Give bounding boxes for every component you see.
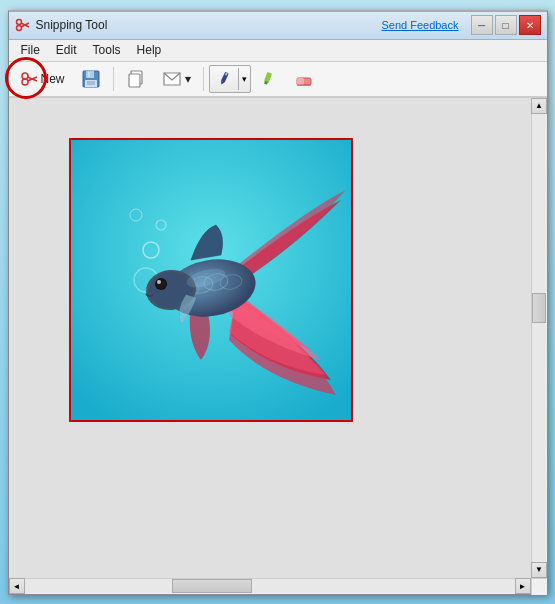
scrollbar-corner (531, 579, 547, 595)
pen-icon (215, 70, 233, 88)
minimize-button[interactable]: ─ (471, 15, 493, 35)
menu-bar: File Edit Tools Help (9, 40, 547, 62)
svg-point-0 (16, 20, 21, 25)
scroll-down-button[interactable]: ▼ (531, 562, 547, 578)
pen-button[interactable] (210, 68, 239, 90)
highlighter-icon (260, 70, 278, 88)
highlighter-button[interactable] (253, 65, 285, 93)
scroll-track-v[interactable] (532, 114, 546, 562)
scissors-icon (20, 70, 38, 88)
svg-rect-10 (88, 72, 90, 77)
close-button[interactable]: ✕ (519, 15, 541, 35)
fish-image (71, 140, 351, 420)
new-button[interactable]: New (13, 65, 72, 93)
maximize-button[interactable]: □ (495, 15, 517, 35)
svg-point-37 (157, 280, 161, 284)
svg-rect-21 (297, 78, 304, 85)
save-button[interactable] (74, 65, 108, 93)
pen-dropdown[interactable]: ▾ (209, 65, 251, 93)
send-feedback-link[interactable]: Send Feedback (381, 19, 458, 31)
svg-point-36 (156, 279, 166, 289)
app-icon (15, 17, 31, 33)
copy-icon (126, 69, 146, 89)
snipping-tool-window: Snipping Tool Send Feedback ─ □ ✕ File E… (8, 10, 548, 595)
svg-point-5 (22, 79, 28, 85)
content-area: ▲ ▼ (9, 98, 547, 578)
scroll-right-button[interactable]: ► (515, 578, 531, 594)
svg-point-1 (16, 26, 21, 31)
menu-edit[interactable]: Edit (48, 41, 85, 59)
copy-button[interactable] (119, 65, 153, 93)
send-icon (162, 69, 182, 89)
svg-point-4 (22, 73, 28, 79)
scroll-thumb-v[interactable] (532, 293, 546, 323)
scroll-thumb-h[interactable] (172, 579, 252, 593)
scroll-left-button[interactable]: ◄ (9, 578, 25, 594)
new-btn-wrap: New (13, 65, 72, 93)
menu-help[interactable]: Help (129, 41, 170, 59)
menu-tools[interactable]: Tools (85, 41, 129, 59)
eraser-button[interactable] (287, 65, 321, 93)
snip-container (9, 98, 531, 578)
new-label: New (41, 72, 65, 86)
svg-rect-12 (87, 81, 95, 85)
canvas-wrap (9, 98, 531, 578)
save-icon (81, 69, 101, 89)
window-controls: ─ □ ✕ (471, 15, 541, 35)
canvas-inner[interactable] (9, 98, 531, 578)
toolbar-sep-1 (113, 67, 114, 91)
pen-dropdown-arrow[interactable]: ▾ (239, 72, 250, 86)
eraser-icon (294, 70, 314, 88)
send-button[interactable]: ▾ (155, 65, 198, 93)
horizontal-scrollbar[interactable]: ◄ ► (9, 579, 531, 594)
horizontal-scrollbar-row: ◄ ► (9, 578, 547, 594)
toolbar: New ▾ (9, 62, 547, 98)
scroll-up-button[interactable]: ▲ (531, 98, 547, 114)
svg-rect-14 (129, 74, 140, 87)
snip-image (69, 138, 353, 422)
window-title: Snipping Tool (36, 18, 382, 32)
menu-file[interactable]: File (13, 41, 48, 59)
scroll-track-h[interactable] (25, 579, 515, 593)
toolbar-sep-2 (203, 67, 204, 91)
vertical-scrollbar[interactable]: ▲ ▼ (531, 98, 547, 578)
title-bar: Snipping Tool Send Feedback ─ □ ✕ (9, 12, 547, 40)
